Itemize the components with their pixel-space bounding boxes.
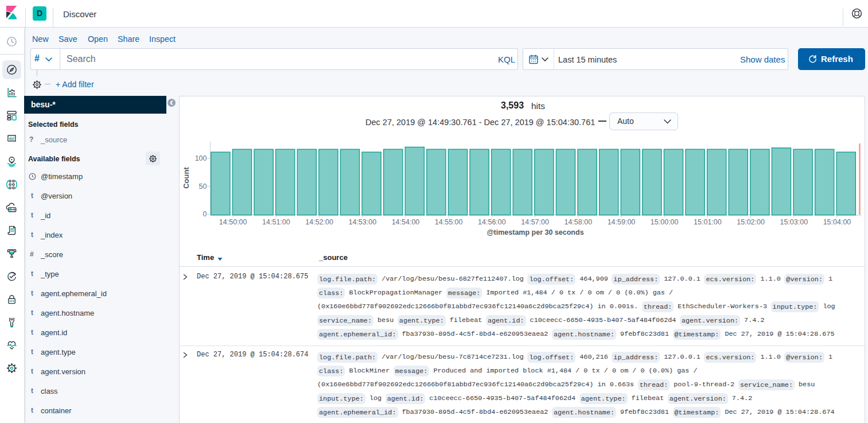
svg-text:15:03:00: 15:03:00 (780, 218, 808, 226)
svg-text:15:04:00: 15:04:00 (823, 218, 851, 226)
svg-text:14:51:00: 14:51:00 (262, 218, 290, 226)
svg-text:15:00:00: 15:00:00 (651, 218, 679, 226)
svg-text:14:58:00: 14:58:00 (564, 218, 592, 226)
svg-text:100: 100 (195, 154, 207, 162)
svg-text:15:02:00: 15:02:00 (737, 218, 765, 226)
svg-text:14:59:00: 14:59:00 (608, 218, 636, 226)
svg-text:Count: Count (182, 167, 190, 189)
svg-text:14:50:00: 14:50:00 (219, 218, 247, 226)
svg-text:0: 0 (203, 210, 207, 218)
svg-text:14:53:00: 14:53:00 (348, 218, 376, 226)
svg-text:14:56:00: 14:56:00 (478, 218, 506, 226)
svg-text:50: 50 (199, 183, 207, 191)
svg-text:14:52:00: 14:52:00 (305, 218, 333, 226)
svg-text:15:01:00: 15:01:00 (694, 218, 722, 226)
svg-text:14:57:00: 14:57:00 (521, 218, 549, 226)
svg-text:@timestamp per 30 seconds: @timestamp per 30 seconds (486, 228, 583, 236)
svg-text:14:54:00: 14:54:00 (392, 218, 420, 226)
svg-text:14:55:00: 14:55:00 (435, 218, 463, 226)
